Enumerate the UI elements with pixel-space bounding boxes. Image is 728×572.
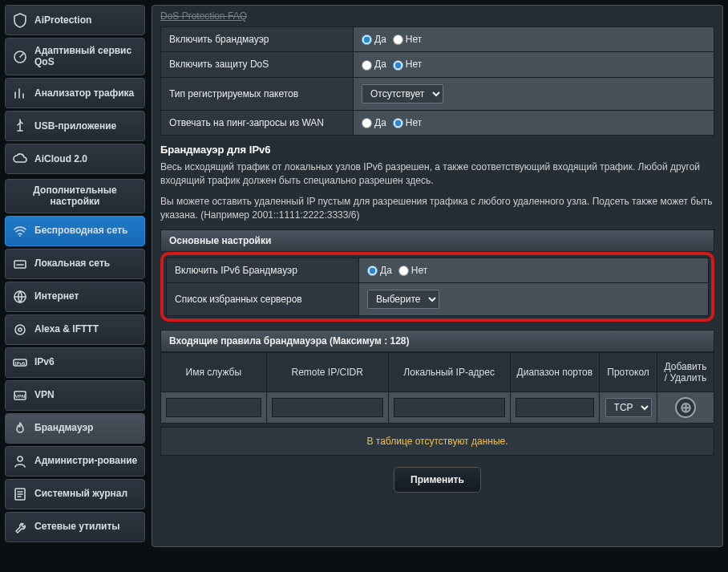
sidebar-item-label: Брандмауэр	[34, 422, 93, 433]
sidebar-item-vpn[interactable]: VPNVPN	[5, 380, 145, 411]
sidebar-item-label: Системный журнал	[34, 488, 127, 499]
tools-icon	[12, 519, 28, 535]
setting-value: ДаНет	[354, 110, 714, 135]
sidebar: AiProtectionАдаптивный сервис QoSАнализа…	[5, 5, 145, 547]
main-panel: DoS Protection FAQ Включить брандмауэрДа…	[152, 5, 723, 547]
sidebar-item-label: IPv6	[34, 356, 55, 367]
sidebar-item-log[interactable]: Системный журнал	[5, 479, 145, 509]
col-action: Добавить / Удалить	[657, 352, 714, 391]
sidebar-item-label: AiProtection	[34, 14, 91, 26]
radio-yes[interactable]: Да	[362, 59, 386, 70]
setting-value: ДаНет	[354, 27, 714, 52]
lan-icon	[12, 256, 28, 272]
admin-icon	[12, 453, 28, 469]
add-rule-button[interactable]: ⊕	[675, 397, 696, 418]
faq-link[interactable]: DoS Protection FAQ	[160, 10, 714, 22]
protocol-select[interactable]: TCP	[605, 398, 652, 417]
radio-no[interactable]: Нет	[393, 117, 422, 128]
radio-no[interactable]: Нет	[393, 59, 422, 70]
sidebar-section-title: Дополнительные настройки	[5, 179, 145, 213]
setting-label: Тип регистрируемых пакетов	[161, 77, 354, 110]
sidebar-item-label: Сетевые утилиты	[34, 521, 120, 532]
sidebar-item-label: Адаптивный сервис QoS	[34, 45, 138, 68]
ipv6-text-2: Вы можете оставить удаленный IP пустым д…	[160, 195, 714, 223]
no-data-message: В таблице отсутствуют данные.	[160, 427, 714, 456]
svg-point-5	[18, 328, 22, 331]
setting-label: Включить IPv6 Брандмауэр	[167, 258, 359, 282]
cloud-icon	[12, 151, 28, 167]
sidebar-item-admin[interactable]: Администри-рование	[5, 446, 145, 477]
sidebar-item-bars[interactable]: Анализатор трафика	[5, 78, 145, 108]
basic-settings-bar: Основные настройки	[160, 229, 714, 252]
sidebar-item-tools[interactable]: Сетевые утилиты	[5, 512, 145, 542]
apply-button[interactable]: Применить	[394, 467, 481, 493]
svg-point-1	[19, 235, 21, 237]
setting-select[interactable]: Отсутствует	[362, 84, 443, 103]
local-ip-input[interactable]	[394, 398, 505, 417]
sidebar-item-shield[interactable]: AiProtection	[5, 5, 145, 35]
general-settings-table: Включить брандмауэрДаНетВключить защиту …	[160, 26, 714, 136]
sidebar-item-label: USB-приложение	[34, 120, 116, 132]
alexa-icon	[12, 322, 28, 338]
col-service: Имя службы	[161, 352, 267, 391]
setting-label: Отвечать на пинг-запросы из WAN	[161, 110, 354, 135]
svg-point-10	[18, 456, 22, 461]
radio-yes[interactable]: Да	[367, 265, 392, 276]
wifi-icon	[12, 223, 28, 239]
sidebar-item-usb[interactable]: USB-приложение	[5, 111, 145, 141]
bars-icon	[12, 85, 28, 101]
col-proto: Протокол	[600, 352, 657, 391]
radio-no[interactable]: Нет	[393, 34, 422, 45]
sidebar-item-label: Интернет	[34, 290, 79, 302]
sidebar-item-label: Alexa & IFTTT	[34, 323, 99, 335]
rules-table: Имя службы Remote IP/CIDR Локальный IP-а…	[160, 352, 714, 424]
ipv6-text-1: Весь исходящий трафик от локальных узлов…	[160, 160, 714, 189]
sidebar-item-lan[interactable]: Локальная сеть	[5, 249, 145, 279]
globe-icon	[12, 289, 28, 305]
setting-value: Выберите	[359, 282, 709, 315]
remote-ip-input[interactable]	[272, 398, 383, 417]
sidebar-item-label: Локальная сеть	[34, 258, 110, 269]
usb-icon	[12, 118, 28, 134]
radio-no[interactable]: Нет	[398, 265, 427, 276]
setting-value: ДаНет	[359, 258, 709, 282]
sidebar-item-ipv6[interactable]: IPv6IPv6	[5, 347, 145, 378]
sidebar-item-alexa[interactable]: Alexa & IFTTT	[5, 314, 145, 345]
sidebar-item-label: AiCloud 2.0	[34, 153, 87, 164]
shield-icon	[12, 12, 28, 28]
sidebar-item-label: Администри-рование	[34, 455, 137, 466]
log-icon	[12, 486, 28, 502]
flame-icon	[12, 420, 28, 436]
setting-value: ДаНет	[354, 52, 714, 77]
sidebar-item-globe[interactable]: Интернет	[5, 282, 145, 312]
radio-yes[interactable]: Да	[362, 117, 386, 128]
highlighted-settings: Включить IPv6 БрандмауэрДаНетСписок избр…	[160, 252, 714, 322]
svg-text:VPN: VPN	[15, 394, 25, 399]
svg-text:IPv6: IPv6	[15, 361, 26, 366]
sidebar-item-label: VPN	[34, 389, 55, 400]
col-ports: Диапазон портов	[510, 352, 599, 391]
ipv6-firewall-title: Брандмауэр для IPv6	[160, 144, 714, 156]
radio-yes[interactable]: Да	[362, 34, 386, 45]
col-remote: Remote IP/CIDR	[266, 352, 388, 391]
sidebar-item-flame[interactable]: Брандмауэр	[5, 413, 145, 444]
setting-value: Отсутствует	[354, 77, 714, 110]
rules-bar: Входящие правила брандмауэра (Максимум :…	[160, 330, 714, 352]
svg-point-4	[15, 325, 25, 335]
sidebar-item-label: Анализатор трафика	[34, 87, 134, 99]
gauge-icon	[12, 48, 28, 64]
sidebar-item-wifi[interactable]: Беспроводная сеть	[5, 216, 145, 246]
sidebar-item-label: Беспроводная сеть	[34, 225, 127, 236]
setting-label: Список избранных серверов	[167, 282, 359, 315]
setting-select[interactable]: Выберите	[367, 290, 439, 309]
setting-label: Включить защиту DoS	[161, 52, 354, 77]
vpn-icon: VPN	[12, 387, 28, 404]
sidebar-item-cloud[interactable]: AiCloud 2.0	[5, 144, 145, 174]
setting-label: Включить брандмауэр	[161, 27, 354, 52]
port-range-input[interactable]	[516, 398, 594, 417]
col-local: Локальный IP-адрес	[388, 352, 510, 391]
sidebar-item-gauge[interactable]: Адаптивный сервис QoS	[5, 38, 145, 75]
ipv6-icon: IPv6	[12, 355, 28, 371]
service-input[interactable]	[166, 398, 261, 417]
